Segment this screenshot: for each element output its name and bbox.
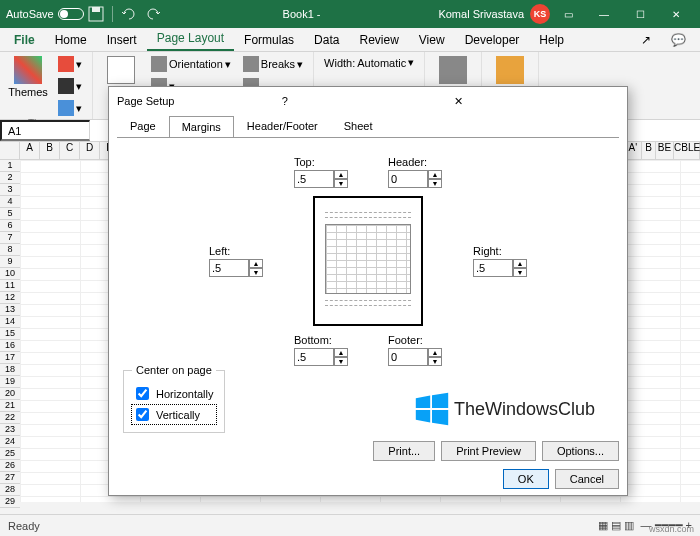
spin-up-icon[interactable]: ▲ <box>334 348 348 357</box>
spin-up-icon[interactable]: ▲ <box>513 259 527 268</box>
watermark-text: TheWindowsClub <box>454 399 595 420</box>
print-button[interactable]: Print... <box>373 441 435 461</box>
status-ready: Ready <box>8 520 40 532</box>
title-bar: AutoSave Book1 - Komal Srivastava KS ▭ —… <box>0 0 700 28</box>
options-button[interactable]: Options... <box>542 441 619 461</box>
undo-icon[interactable] <box>121 6 137 22</box>
orientation-button[interactable]: Orientation▾ <box>147 54 235 74</box>
margin-footer-label: Footer: <box>388 334 442 346</box>
arrange-button[interactable] <box>431 54 475 86</box>
margin-right-label: Right: <box>473 245 527 257</box>
tab-review[interactable]: Review <box>349 29 408 51</box>
view-layout-icon[interactable]: ▤ <box>611 519 621 532</box>
effects-button[interactable]: ▾ <box>54 98 86 118</box>
breaks-icon <box>243 56 259 72</box>
center-on-page-label: Center on page <box>132 364 216 376</box>
breaks-button[interactable]: Breaks▾ <box>239 54 307 74</box>
margin-left-label: Left: <box>209 245 263 257</box>
themes-icon <box>14 56 42 84</box>
ribbon-options-icon[interactable]: ▭ <box>550 0 586 28</box>
themes-button[interactable]: Themes <box>6 54 50 100</box>
close-icon[interactable]: ✕ <box>658 0 694 28</box>
dialog-tabs: Page Margins Header/Footer Sheet <box>109 115 627 137</box>
margin-header-label: Header: <box>388 156 442 168</box>
watermark: TheWindowsClub <box>414 391 595 427</box>
maximize-icon[interactable]: ☐ <box>622 0 658 28</box>
dialog-confirm-buttons: OK Cancel <box>109 465 627 493</box>
tab-data[interactable]: Data <box>304 29 349 51</box>
fonts-button[interactable]: ▾ <box>54 76 86 96</box>
margin-header-field: Header: ▲▼ <box>388 156 442 188</box>
margin-bottom-label: Bottom: <box>294 334 348 346</box>
cancel-button[interactable]: Cancel <box>555 469 619 489</box>
share-button[interactable]: ↗ <box>631 29 661 51</box>
ok-button[interactable]: OK <box>503 469 549 489</box>
center-on-page-group: Center on page Horizontally Vertically <box>123 364 225 433</box>
margin-top-input[interactable] <box>294 170 334 188</box>
dialog-close-icon[interactable]: ✕ <box>446 95 619 108</box>
tab-view[interactable]: View <box>409 29 455 51</box>
status-bar: Ready ▦ ▤ ▥ — ━━━━ + <box>0 514 700 536</box>
spin-up-icon[interactable]: ▲ <box>428 348 442 357</box>
tab-home[interactable]: Home <box>45 29 97 51</box>
margins-button[interactable] <box>99 54 143 86</box>
dialog-tab-sheet[interactable]: Sheet <box>331 115 386 137</box>
print-preview-button[interactable]: Print Preview <box>441 441 536 461</box>
minimize-icon[interactable]: — <box>586 0 622 28</box>
margin-preview <box>313 196 423 326</box>
margin-bottom-field: Bottom: ▲▼ <box>294 334 348 366</box>
autosave-toggle[interactable]: AutoSave <box>6 8 84 20</box>
tab-file[interactable]: File <box>4 29 45 51</box>
tab-developer[interactable]: Developer <box>455 29 530 51</box>
margin-bottom-input[interactable] <box>294 348 334 366</box>
autosave-label: AutoSave <box>6 8 54 20</box>
margin-header-input[interactable] <box>388 170 428 188</box>
spin-up-icon[interactable]: ▲ <box>428 170 442 179</box>
margin-footer-input[interactable] <box>388 348 428 366</box>
spin-up-icon[interactable]: ▲ <box>249 259 263 268</box>
name-box[interactable] <box>0 120 90 141</box>
margin-right-input[interactable] <box>473 259 513 277</box>
user-avatar[interactable]: KS <box>530 4 550 24</box>
spin-down-icon[interactable]: ▼ <box>513 268 527 277</box>
margin-top-field: Top: ▲▼ <box>294 156 348 188</box>
dialog-help-icon[interactable]: ? <box>274 95 447 107</box>
dialog-tab-margins[interactable]: Margins <box>169 116 234 138</box>
windows-logo-icon <box>414 391 450 427</box>
spin-down-icon[interactable]: ▼ <box>334 357 348 366</box>
margins-icon <box>107 56 135 84</box>
dialog-titlebar: Page Setup ? ✕ <box>109 87 627 115</box>
colors-icon <box>58 56 74 72</box>
colors-button[interactable]: ▾ <box>54 54 86 74</box>
tab-help[interactable]: Help <box>529 29 574 51</box>
spin-up-icon[interactable]: ▲ <box>334 170 348 179</box>
tab-page-layout[interactable]: Page Layout <box>147 27 234 51</box>
comments-button[interactable]: 💬 <box>661 29 696 51</box>
spin-down-icon[interactable]: ▼ <box>249 268 263 277</box>
dialog-body: Top: ▲▼ Header: ▲▼ Left: ▲▼ Right: ▲▼ <box>117 137 619 437</box>
ribbon-tabs: File Home Insert Page Layout Formulas Da… <box>0 28 700 52</box>
margin-left-field: Left: ▲▼ <box>209 245 263 277</box>
view-normal-icon[interactable]: ▦ <box>598 519 608 532</box>
dialog-tab-page[interactable]: Page <box>117 115 169 137</box>
tab-formulas[interactable]: Formulas <box>234 29 304 51</box>
margin-left-input[interactable] <box>209 259 249 277</box>
toggle-off-icon[interactable] <box>58 8 84 20</box>
effects-icon <box>58 100 74 116</box>
document-title: Book1 - <box>165 8 439 20</box>
tab-insert[interactable]: Insert <box>97 29 147 51</box>
margin-top-label: Top: <box>294 156 348 168</box>
redo-icon[interactable] <box>145 6 161 22</box>
width-control[interactable]: Width: Automatic▾ <box>320 54 418 71</box>
center-vertically-checkbox[interactable]: Vertically <box>132 405 216 424</box>
spin-down-icon[interactable]: ▼ <box>428 357 442 366</box>
username-label: Komal Srivastava <box>438 8 524 20</box>
center-horizontally-checkbox[interactable]: Horizontally <box>132 384 216 403</box>
spin-down-icon[interactable]: ▼ <box>428 179 442 188</box>
view-pagebreak-icon[interactable]: ▥ <box>624 519 634 532</box>
page-setup-dialog: Page Setup ? ✕ Page Margins Header/Foote… <box>108 86 628 496</box>
save-icon[interactable] <box>88 6 104 22</box>
row-headers: 12345678910 11121314151617181920 2122232… <box>0 160 20 508</box>
spin-down-icon[interactable]: ▼ <box>334 179 348 188</box>
dialog-tab-header-footer[interactable]: Header/Footer <box>234 115 331 137</box>
